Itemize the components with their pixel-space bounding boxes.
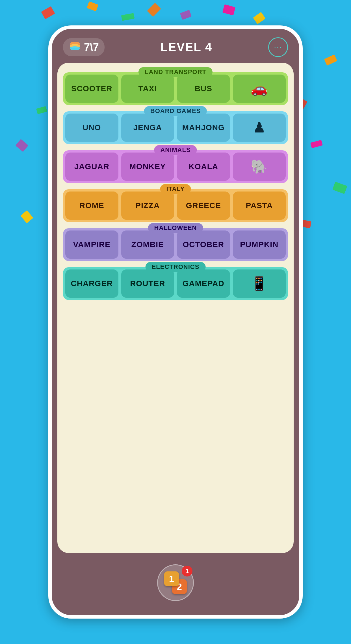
menu-button[interactable]: ··· bbox=[268, 37, 288, 57]
word-tile-scooter[interactable]: SCOOTER bbox=[65, 75, 118, 103]
word-tile-car-icon[interactable]: 🚗 bbox=[233, 75, 286, 103]
level-title: LEVEL 4 bbox=[161, 40, 213, 54]
score-display: 7\7 bbox=[84, 41, 99, 53]
words-row-board-games: UNO JENGA MAHJONG ♟ bbox=[65, 114, 286, 142]
confetti-piece bbox=[324, 55, 337, 66]
phone-inner: 7\7 LEVEL 4 ··· LAND TRANSPORT SCOOTER T… bbox=[52, 29, 299, 615]
confetti-piece bbox=[20, 210, 33, 223]
word-tile-october[interactable]: OCTOBER bbox=[177, 230, 230, 259]
confetti-piece bbox=[332, 182, 347, 194]
category-label-board-games: BOARD GAMES bbox=[144, 106, 207, 116]
confetti-piece bbox=[310, 140, 323, 148]
word-tile-elephant-icon[interactable]: 🐘 bbox=[233, 153, 286, 181]
confetti-piece bbox=[15, 139, 28, 152]
header: 7\7 LEVEL 4 ··· bbox=[52, 29, 299, 63]
word-tile-router[interactable]: ROUTER bbox=[121, 269, 174, 298]
category-group-land-transport: LAND TRANSPORT SCOOTER TAXI BUS 🚗 bbox=[63, 72, 288, 105]
word-tile-koala[interactable]: KOALA bbox=[177, 153, 230, 181]
confetti-piece bbox=[180, 10, 192, 20]
word-tile-greece[interactable]: GREECE bbox=[177, 192, 230, 220]
words-row-electronics: CHARGER ROUTER GAMEPAD 📱 bbox=[65, 269, 286, 298]
word-tile-phone-icon[interactable]: 📱 bbox=[233, 269, 286, 298]
category-label-land-transport: LAND TRANSPORT bbox=[138, 67, 213, 77]
game-area: LAND TRANSPORT SCOOTER TAXI BUS 🚗 BOARD … bbox=[57, 63, 294, 553]
words-row-halloween: VAMPIRE ZOMBIE OCTOBER PUMPKIN bbox=[65, 230, 286, 259]
bottom-area: 1 2 1 bbox=[52, 553, 299, 615]
category-group-italy: ITALY ROME PIZZA GREECE PASTA bbox=[63, 189, 288, 222]
words-row-italy: ROME PIZZA GREECE PASTA bbox=[65, 192, 286, 220]
score-badge: 7\7 bbox=[63, 38, 105, 56]
menu-dots-icon: ··· bbox=[274, 43, 282, 52]
word-tile-charger[interactable]: CHARGER bbox=[65, 269, 118, 298]
words-row-land-transport: SCOOTER TAXI BUS 🚗 bbox=[65, 75, 286, 103]
word-tile-zombie[interactable]: ZOMBIE bbox=[121, 230, 174, 259]
confetti-piece bbox=[36, 106, 47, 114]
word-tile-pizza[interactable]: PIZZA bbox=[121, 192, 174, 220]
phone-frame: 7\7 LEVEL 4 ··· LAND TRANSPORT SCOOTER T… bbox=[48, 25, 303, 619]
word-tile-uno[interactable]: UNO bbox=[65, 114, 118, 142]
svg-point-2 bbox=[70, 46, 80, 50]
category-label-animals: ANIMALS bbox=[154, 145, 197, 155]
category-label-italy: ITALY bbox=[160, 184, 191, 194]
category-group-animals: ANIMALS JAGUAR MONKEY KOALA 🐘 bbox=[63, 150, 288, 183]
confetti-piece bbox=[121, 13, 135, 21]
word-tile-pasta[interactable]: PASTA bbox=[233, 192, 286, 220]
category-label-halloween: HALLOWEEN bbox=[148, 223, 203, 233]
word-tile-taxi[interactable]: TAXI bbox=[121, 75, 174, 103]
word-tile-pumpkin[interactable]: PUMPKIN bbox=[233, 230, 286, 259]
word-tile-vampire[interactable]: VAMPIRE bbox=[65, 230, 118, 259]
category-group-board-games: BOARD GAMES UNO JENGA MAHJONG ♟ bbox=[63, 111, 288, 144]
confetti-piece bbox=[222, 4, 235, 15]
word-tile-chess-icon[interactable]: ♟ bbox=[233, 114, 286, 142]
word-tile-jenga[interactable]: JENGA bbox=[121, 114, 174, 142]
word-tile-bus[interactable]: BUS bbox=[177, 75, 230, 103]
lives-badge[interactable]: 1 2 1 bbox=[157, 564, 194, 601]
confetti-piece bbox=[147, 3, 161, 17]
category-label-electronics: ELECTRONICS bbox=[146, 262, 206, 272]
category-group-electronics: ELECTRONICS CHARGER ROUTER GAMEPAD 📱 bbox=[63, 267, 288, 300]
confetti-piece bbox=[253, 12, 266, 24]
layers-icon bbox=[69, 41, 81, 53]
word-tile-monkey[interactable]: MONKEY bbox=[121, 153, 174, 181]
notification-badge: 1 bbox=[182, 566, 192, 576]
word-tile-rome[interactable]: ROME bbox=[65, 192, 118, 220]
word-tile-gamepad[interactable]: GAMEPAD bbox=[177, 269, 230, 298]
word-tile-jaguar[interactable]: JAGUAR bbox=[65, 153, 118, 181]
word-tile-mahjong[interactable]: MAHJONG bbox=[177, 114, 230, 142]
confetti-piece bbox=[87, 1, 98, 11]
category-group-halloween: HALLOWEEN VAMPIRE ZOMBIE OCTOBER PUMPKIN bbox=[63, 228, 288, 261]
confetti-piece bbox=[41, 6, 55, 19]
words-row-animals: JAGUAR MONKEY KOALA 🐘 bbox=[65, 153, 286, 181]
tile-1: 1 bbox=[164, 571, 179, 586]
